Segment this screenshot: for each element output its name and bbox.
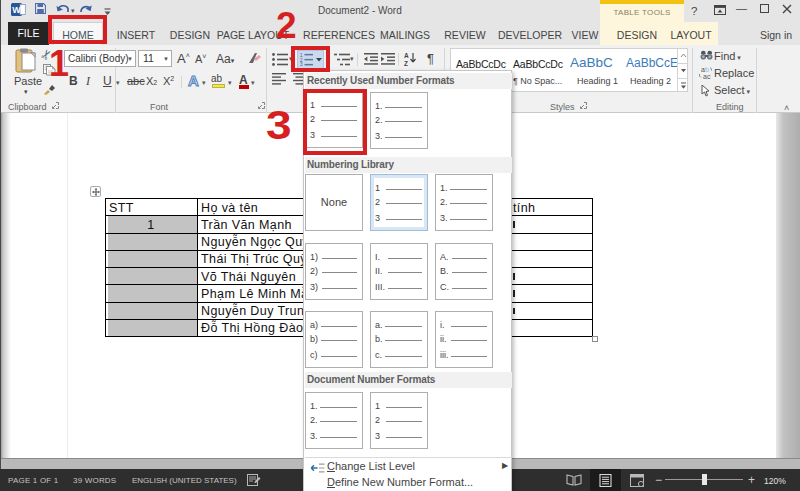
svg-text:W: W	[12, 5, 21, 15]
svg-text:A: A	[404, 52, 409, 59]
svg-text:A: A	[188, 73, 199, 88]
svg-text:Z: Z	[404, 60, 408, 67]
svg-text:ac: ac	[703, 73, 711, 80]
svg-text:ab: ab	[701, 66, 709, 73]
